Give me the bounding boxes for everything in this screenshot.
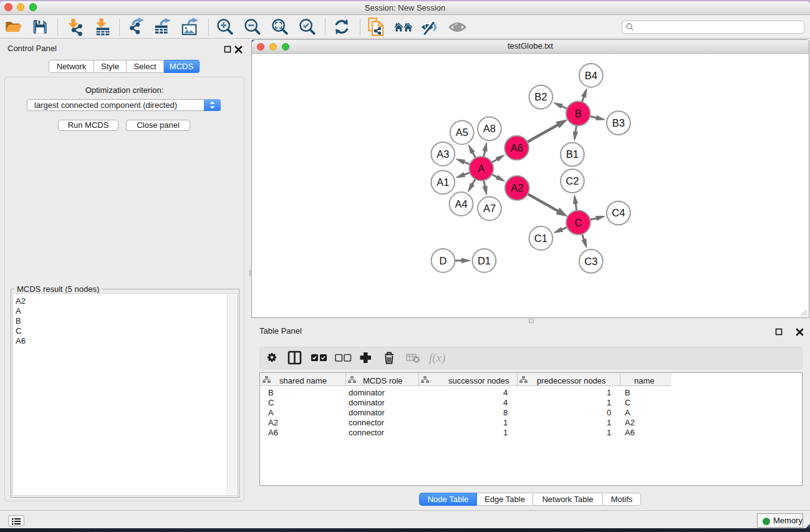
svg-text:A3: A3	[436, 148, 449, 160]
svg-text:B1: B1	[566, 148, 579, 160]
svg-text:A5: A5	[456, 127, 468, 138]
svg-text:B: B	[575, 108, 582, 119]
svg-text:D1: D1	[478, 255, 491, 266]
svg-text:B4: B4	[585, 70, 597, 81]
svg-text:B2: B2	[534, 91, 547, 102]
svg-text:C3: C3	[584, 256, 597, 267]
svg-text:C4: C4	[612, 207, 625, 218]
svg-text:B3: B3	[612, 117, 625, 128]
svg-text:A4: A4	[455, 198, 468, 210]
svg-text:D: D	[440, 255, 447, 266]
svg-text:C1: C1	[534, 233, 547, 244]
svg-text:C2: C2	[566, 175, 579, 186]
svg-text:C: C	[574, 217, 582, 228]
svg-text:A: A	[478, 163, 485, 174]
svg-text:A1: A1	[436, 177, 449, 188]
svg-text:A6: A6	[511, 142, 523, 153]
svg-text:A2: A2	[511, 182, 523, 193]
svg-text:f(x): f(x)	[429, 351, 445, 365]
svg-text:A7: A7	[483, 203, 496, 214]
svg-text:A8: A8	[483, 123, 496, 134]
